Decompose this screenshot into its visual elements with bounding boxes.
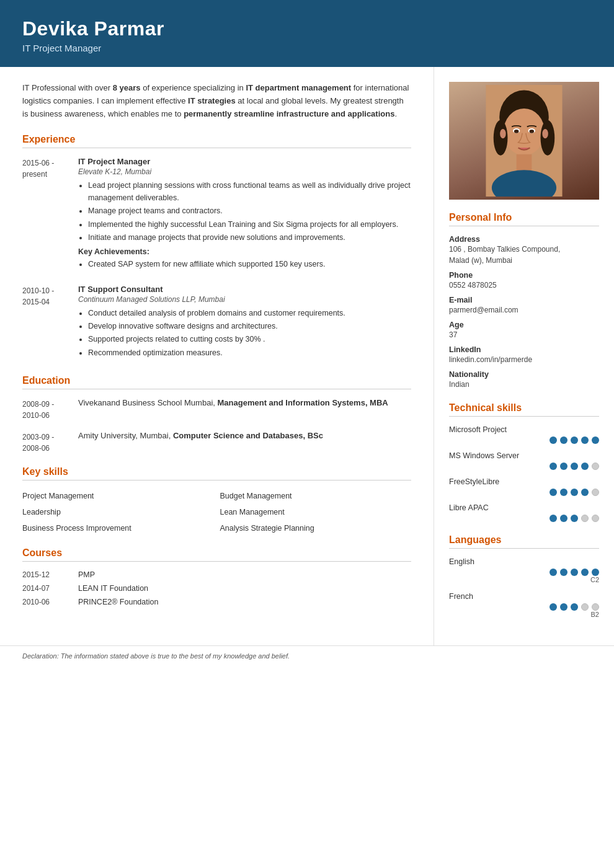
bullet-item: Develop innovative software designs and … (88, 321, 411, 332)
bullet-item: Supported projects related to cutting co… (88, 334, 411, 345)
experience-content-1: IT Project Manager Elevate K-12, Mumbai … (78, 157, 411, 274)
profile-photo-svg (484, 85, 564, 197)
job-title-1: IT Project Manager (78, 157, 411, 166)
key-skills-title: Key skills (22, 466, 411, 480)
course-name-3: PRINCE2® Foundation (78, 598, 158, 606)
pi-linkedin-label: LinkedIn (449, 345, 599, 354)
dot-filled (560, 436, 567, 444)
experience-date-2: 2010-10 -2015-04 (22, 285, 78, 363)
tech-skill-name: FreeStyleLibre (449, 477, 599, 486)
course-entry-3: 2010-06 PRINCE2® Foundation (22, 598, 411, 606)
education-section: Education 2008-09 -2010-06 Vivekanand Bu… (22, 375, 411, 454)
skill-item: Project Management (22, 489, 214, 503)
dot-empty (592, 463, 599, 470)
pi-phone: Phone 0552 4878025 (449, 271, 599, 291)
course-date-1: 2015-12 (22, 570, 78, 579)
personal-info-title: Personal Info (449, 212, 599, 226)
dot-empty (592, 603, 599, 611)
tech-skill-libre-apac: Libre APAC (449, 503, 599, 522)
course-name-1: PMP (78, 570, 95, 579)
dots-row (449, 489, 599, 496)
header: Devika Parmar IT Project Manager (0, 0, 614, 67)
pi-age-label: Age (449, 321, 599, 329)
courses-title: Courses (22, 547, 411, 562)
svg-point-4 (541, 120, 555, 156)
company-1: Elevate K-12, Mumbai (78, 167, 411, 176)
main-layout: IT Professional with over 8 years of exp… (0, 67, 614, 645)
pi-age-value: 37 (449, 329, 599, 340)
photo-container (449, 82, 599, 200)
footer-text: Declaration: The information stated abov… (22, 652, 290, 660)
experience-title: Experience (22, 134, 411, 148)
edu-degree-1: Management and Information Systems, MBA (218, 398, 388, 407)
pi-address-label: Address (449, 235, 599, 244)
lang-name-french: French (449, 592, 599, 601)
svg-point-12 (542, 129, 548, 138)
experience-date-1: 2015-06 -present (22, 157, 78, 274)
photo-placeholder (449, 82, 599, 200)
pi-email: E-mail parmerd@email.com (449, 296, 599, 316)
dot-filled (571, 569, 578, 576)
experience-entry-2: 2010-10 -2015-04 IT Support Consultant C… (22, 285, 411, 363)
pi-nationality-label: Nationality (449, 370, 599, 379)
course-entry-1: 2015-12 PMP (22, 570, 411, 579)
lang-level-french: B2 (449, 611, 599, 618)
course-date-2: 2014-07 (22, 584, 78, 593)
edu-institution-2: Amity University, Mumbai, (78, 431, 173, 440)
languages-title: Languages (449, 534, 599, 549)
svg-point-3 (494, 120, 508, 156)
candidate-title: IT Project Manager (22, 43, 592, 53)
dot-filled (571, 436, 578, 444)
svg-point-9 (514, 130, 519, 133)
experience-section: Experience 2015-06 -present IT Project M… (22, 134, 411, 363)
pi-address: Address 106 , Bombay Talkies Compound,Ma… (449, 235, 599, 266)
dots-row (449, 463, 599, 470)
skills-grid: Project Management Budget Management Lea… (22, 489, 411, 535)
tech-skill-name: MS Windows Server (449, 451, 599, 460)
skill-item: Leadership (22, 505, 214, 519)
dot-filled (549, 515, 557, 522)
dot-filled (592, 569, 599, 576)
education-entry-2: 2003-09 -2008-06 Amity University, Mumba… (22, 431, 411, 454)
left-column: IT Professional with over 8 years of exp… (0, 67, 434, 645)
job-title-2: IT Support Consultant (78, 285, 411, 294)
skill-item: Analysis Strategie Planning (220, 521, 412, 535)
pi-phone-value: 0552 4878025 (449, 280, 599, 291)
skill-item: Business Process Improvement (22, 521, 214, 535)
dot-filled (549, 489, 557, 496)
dot-filled (571, 603, 578, 611)
pi-nationality-value: Indian (449, 379, 599, 390)
pi-age: Age 37 (449, 321, 599, 340)
tech-skill-freestylelibre: FreeStyleLibre (449, 477, 599, 496)
dot-empty (592, 489, 599, 496)
tech-skill-name: Microsoft Project (449, 425, 599, 434)
company-2: Continuum Managed Solutions LLP, Mumbai (78, 295, 411, 304)
bullets-2: Conduct detailed analysis of problem dom… (78, 308, 411, 360)
skill-item: Budget Management (220, 489, 412, 503)
edu-content-1: Vivekanand Business School Mumbai, Manag… (78, 398, 411, 421)
education-title: Education (22, 375, 411, 389)
svg-rect-5 (517, 154, 532, 171)
technical-skills-section: Technical skills Microsoft Project MS Wi… (449, 402, 599, 522)
summary-section: IT Professional with over 8 years of exp… (22, 82, 411, 120)
pi-email-value: parmerd@email.com (449, 304, 599, 316)
language-french: French B2 (449, 592, 599, 618)
course-date-3: 2010-06 (22, 598, 78, 606)
dot-filled (560, 515, 567, 522)
edu-degree-2: Computer Science and Databases, BSc (173, 431, 323, 440)
dots-row (449, 569, 599, 576)
education-entry-1: 2008-09 -2010-06 Vivekanand Business Sch… (22, 398, 411, 421)
dot-filled (560, 603, 567, 611)
bullet-item: Implemented the highly successful Lean T… (88, 219, 411, 231)
bullet-item: Recommended optimization measures. (88, 347, 411, 359)
dot-filled (571, 515, 578, 522)
dot-filled (581, 463, 589, 470)
tech-skill-name: Libre APAC (449, 503, 599, 512)
skill-item: Lean Management (220, 505, 412, 519)
dot-empty (581, 603, 589, 611)
achievement-item: Created SAP system for new affiliate whi… (88, 259, 411, 270)
bullet-item: Manage project teams and contractors. (88, 205, 411, 217)
dot-filled (549, 603, 557, 611)
dot-filled (581, 436, 589, 444)
footer: Declaration: The information stated abov… (0, 645, 614, 666)
